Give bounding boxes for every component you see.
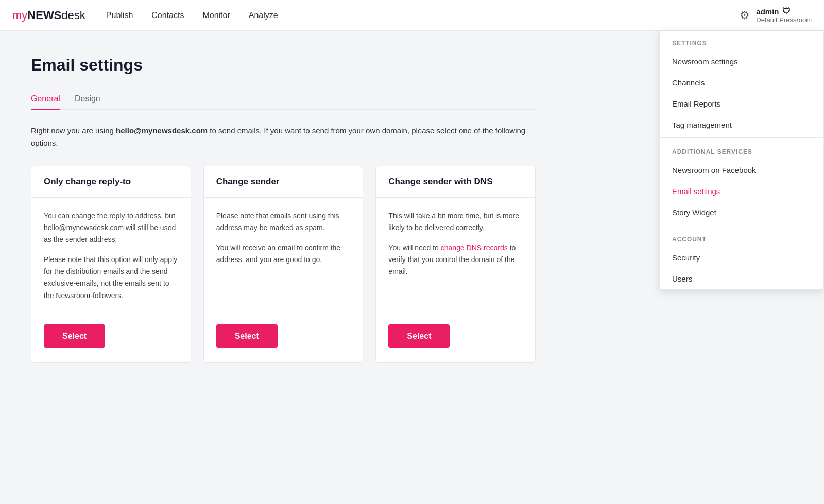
card-change-sender-dns-header: Change sender with DNS xyxy=(376,166,535,198)
select-reply-to-button[interactable]: Select xyxy=(44,324,105,348)
select-change-sender-button[interactable]: Select xyxy=(216,324,278,348)
admin-info[interactable]: admin 🛡 Default Pressroom xyxy=(756,7,812,24)
dropdown-menu: SETTINGS Newsroom settings Channels Emai… xyxy=(659,31,824,290)
main-content: Email settings General Design Right now … xyxy=(0,31,566,388)
shield-icon: 🛡 xyxy=(782,7,791,16)
tab-design[interactable]: Design xyxy=(75,89,100,110)
nav-analyze[interactable]: Analyze xyxy=(249,11,278,20)
admin-pressroom: Default Pressroom xyxy=(756,16,812,24)
menu-story-widget[interactable]: Story Widget xyxy=(660,202,823,223)
menu-newsroom-settings[interactable]: Newsroom settings xyxy=(660,51,823,72)
change-dns-link[interactable]: change DNS records xyxy=(441,244,508,252)
menu-email-settings[interactable]: Email settings xyxy=(660,181,823,202)
menu-channels[interactable]: Channels xyxy=(660,72,823,93)
nav-monitor[interactable]: Monitor xyxy=(202,11,230,20)
admin-name: admin 🛡 xyxy=(756,7,812,16)
card-change-sender-dns-body: This will take a bit more time, but is m… xyxy=(376,198,535,314)
menu-security[interactable]: Security xyxy=(660,247,823,268)
nav-contacts[interactable]: Contacts xyxy=(151,11,184,20)
card-reply-to: Only change reply-to You can change the … xyxy=(31,166,191,363)
card-change-sender-body: Please note that emails sent using this … xyxy=(204,198,363,314)
account-section-header: ACCOUNT xyxy=(660,228,823,247)
card-reply-to-footer: Select xyxy=(31,314,191,362)
card-change-sender-p2: You will receive an email to confirm the… xyxy=(216,242,351,266)
menu-users[interactable]: Users xyxy=(660,268,823,289)
gear-icon[interactable]: ⚙ xyxy=(740,9,750,22)
card-change-sender-p1: Please note that emails sent using this … xyxy=(216,210,351,234)
settings-section-header: SETTINGS xyxy=(660,31,823,51)
card-change-sender-header: Change sender xyxy=(204,166,363,198)
description: Right now you are using hello@mynewsdesk… xyxy=(31,125,536,149)
logo[interactable]: myNEWSdesk xyxy=(12,9,85,22)
logo-my: my xyxy=(12,9,27,22)
card-reply-to-p1: You can change the reply-to address, but… xyxy=(44,210,178,246)
logo-desk: desk xyxy=(61,9,85,22)
card-reply-to-p2: Please note that this option will only a… xyxy=(44,254,178,301)
card-change-sender-dns-footer: Select xyxy=(376,314,535,362)
cards-row: Only change reply-to You can change the … xyxy=(31,166,536,363)
tab-general[interactable]: General xyxy=(31,89,60,110)
card-change-sender-dns: Change sender with DNS This will take a … xyxy=(375,166,536,363)
email-highlight: hello@mynewsdesk.com xyxy=(116,126,208,135)
menu-newsroom-facebook[interactable]: Newsroom on Facebook xyxy=(660,160,823,181)
select-change-sender-dns-button[interactable]: Select xyxy=(388,324,450,348)
logo-news: NEWS xyxy=(27,9,61,22)
nav-right: ⚙ admin 🛡 Default Pressroom xyxy=(740,7,812,24)
card-change-sender-dns-p1: This will take a bit more time, but is m… xyxy=(388,210,523,234)
nav-publish[interactable]: Publish xyxy=(106,11,133,20)
card-change-sender-footer: Select xyxy=(204,314,363,362)
nav-links: Publish Contacts Monitor Analyze xyxy=(106,11,740,20)
tabs: General Design xyxy=(31,89,536,110)
navbar: myNEWSdesk Publish Contacts Monitor Anal… xyxy=(0,0,824,31)
additional-section-header: ADDITIONAL SERVICES xyxy=(660,140,823,160)
card-reply-to-body: You can change the reply-to address, but… xyxy=(31,198,191,314)
menu-email-reports[interactable]: Email Reports xyxy=(660,93,823,114)
menu-tag-management[interactable]: Tag management xyxy=(660,114,823,135)
card-change-sender: Change sender Please note that emails se… xyxy=(203,166,364,363)
card-change-sender-dns-p2: You will need to change DNS records to v… xyxy=(388,242,523,277)
page-title: Email settings xyxy=(31,56,536,75)
card-reply-to-header: Only change reply-to xyxy=(31,166,191,198)
menu-divider-2 xyxy=(660,225,823,225)
menu-divider-1 xyxy=(660,137,823,138)
